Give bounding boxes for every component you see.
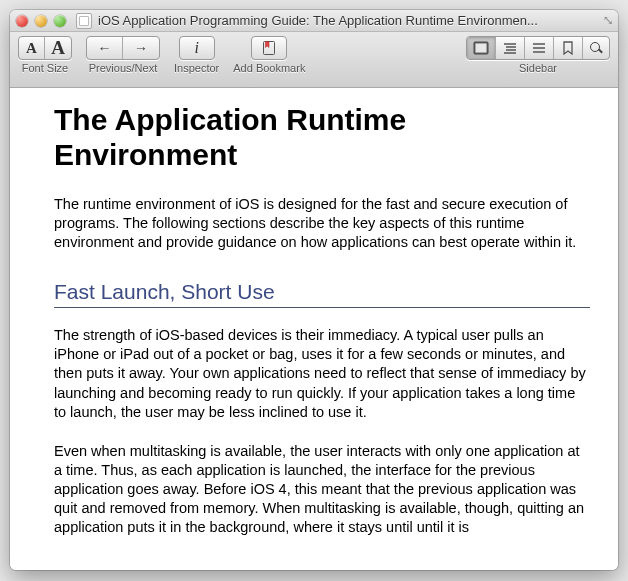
minimize-button[interactable] <box>35 15 47 27</box>
sidebar-segment <box>466 36 610 60</box>
resize-icon: ⤢ <box>601 15 616 26</box>
inspector-button[interactable]: i <box>180 37 214 59</box>
traffic-lights <box>16 15 66 27</box>
info-icon: i <box>194 39 198 57</box>
inspector-segment: i <box>179 36 215 60</box>
svg-rect-2 <box>476 44 487 53</box>
arrow-left-icon: ← <box>98 40 112 56</box>
font-size-group: A A Font Size <box>18 36 72 74</box>
small-a-icon: A <box>26 40 37 57</box>
bookmark-group: Add Bookmark <box>233 36 305 74</box>
sidebar-group: Sidebar <box>466 36 610 74</box>
add-bookmark-button[interactable] <box>252 37 286 59</box>
bookmarks-list-icon <box>560 41 576 55</box>
font-size-label: Font Size <box>22 62 68 74</box>
zoom-button[interactable] <box>54 15 66 27</box>
window-title: iOS Application Programming Guide: The A… <box>98 13 612 28</box>
sidebar-search-button[interactable] <box>583 37 609 59</box>
font-decrease-button[interactable]: A <box>19 37 45 59</box>
document-viewport[interactable]: The Application Runtime Environment The … <box>10 88 618 570</box>
arrow-right-icon: → <box>134 40 148 56</box>
prev-next-group: ← → Previous/Next <box>86 36 160 74</box>
app-window: iOS Application Programming Guide: The A… <box>10 10 618 570</box>
proxy-icon[interactable] <box>76 13 92 29</box>
next-button[interactable]: → <box>123 37 159 59</box>
bookmark-label: Add Bookmark <box>233 62 305 74</box>
sidebar-thumbnails-button[interactable] <box>525 37 554 59</box>
titlebar[interactable]: iOS Application Programming Guide: The A… <box>10 10 618 32</box>
bookmark-segment <box>251 36 287 60</box>
font-increase-button[interactable]: A <box>45 37 71 59</box>
body-paragraph-2: Even when multitasking is available, the… <box>54 442 590 538</box>
sidebar-hide-icon <box>473 41 489 55</box>
sidebar-bookmarks-button[interactable] <box>554 37 583 59</box>
prev-next-label: Previous/Next <box>89 62 157 74</box>
toolbar: A A Font Size ← → Previous/Next i Inspec… <box>10 32 618 88</box>
close-button[interactable] <box>16 15 28 27</box>
previous-button[interactable]: ← <box>87 37 123 59</box>
search-icon <box>589 41 603 55</box>
prev-next-segment: ← → <box>86 36 160 60</box>
contents-icon <box>502 41 518 55</box>
bookmark-icon <box>261 40 277 56</box>
sidebar-contents-button[interactable] <box>496 37 525 59</box>
big-a-icon: A <box>51 37 65 59</box>
page-title: The Application Runtime Environment <box>54 102 590 173</box>
section-heading: Fast Launch, Short Use <box>54 280 590 308</box>
body-paragraph-1: The strength of iOS-based devices is the… <box>54 326 590 422</box>
intro-paragraph: The runtime environment of iOS is design… <box>54 195 590 252</box>
inspector-group: i Inspector <box>174 36 219 74</box>
sidebar-hide-button[interactable] <box>467 37 496 59</box>
sidebar-label: Sidebar <box>519 62 557 74</box>
font-size-segment: A A <box>18 36 72 60</box>
inspector-label: Inspector <box>174 62 219 74</box>
thumbnails-icon <box>531 41 547 55</box>
